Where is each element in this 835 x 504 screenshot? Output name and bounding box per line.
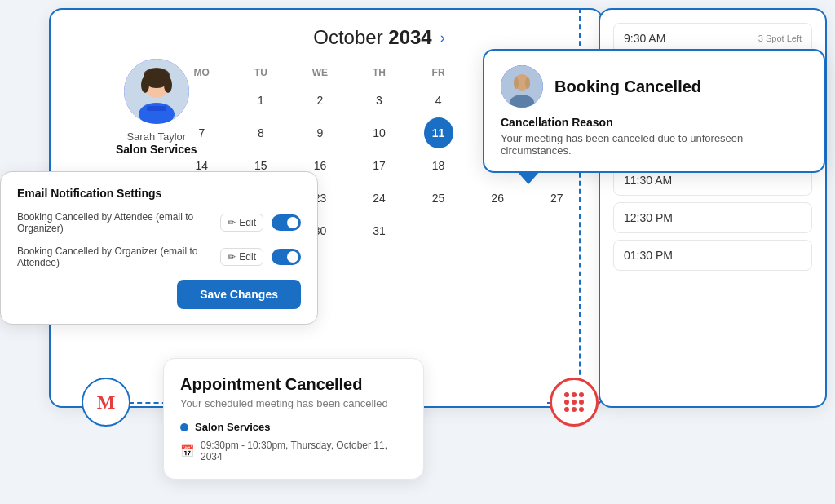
- dow-tu: TU: [232, 62, 290, 83]
- spots-badge-0: 3 Spot Left: [758, 33, 802, 43]
- toggle-1[interactable]: [272, 249, 301, 265]
- setting-row-0: Booking Cancelled by Attendee (email to …: [17, 211, 301, 234]
- edit-button-1[interactable]: ✏ Edit: [220, 248, 263, 266]
- cal-day-empty-5c: [528, 215, 585, 246]
- setting-label-1: Booking Cancelled by Organizer (email to…: [17, 245, 220, 268]
- appointment-desc: Your scheduled meeting has been cancelle…: [180, 397, 407, 409]
- email-settings-title: Email Notification Settings: [17, 187, 301, 200]
- setting-actions-0: ✏ Edit: [220, 214, 301, 232]
- dot-8: [572, 407, 577, 412]
- cal-day-24[interactable]: 24: [351, 183, 409, 214]
- pencil-icon: ✏: [228, 217, 236, 228]
- gmail-m-icon: M: [97, 391, 116, 413]
- dots-grid: [564, 392, 584, 412]
- dot-2: [572, 392, 577, 397]
- dots-circle: [550, 378, 599, 427]
- timeslot-time-5: 01:30 PM: [624, 249, 673, 262]
- appointment-time: 09:30pm - 10:30pm, Thursday, October 11,…: [201, 440, 407, 462]
- email-settings-card: Email Notification Settings Booking Canc…: [0, 171, 318, 325]
- appointment-title: Appointment Cancelled: [180, 375, 407, 394]
- dot-7: [564, 407, 569, 412]
- dot-6: [579, 400, 584, 405]
- dot-3: [579, 392, 584, 397]
- dot-1: [564, 392, 569, 397]
- dot-4: [564, 400, 569, 405]
- profile-section: Sarah Taylor Salon Services: [116, 59, 197, 156]
- next-month-button[interactable]: ›: [440, 29, 445, 46]
- profile-service: Salon Services: [116, 143, 197, 156]
- pencil-icon-1: ✏: [228, 251, 236, 263]
- avatar: [124, 59, 189, 124]
- cal-day-18[interactable]: 18: [409, 150, 467, 181]
- cal-day-4[interactable]: 4: [409, 85, 467, 116]
- calendar-title: October 2034: [313, 26, 431, 49]
- timeslot-time-0: 9:30 AM: [624, 32, 665, 45]
- cal-day-1[interactable]: 1: [232, 85, 290, 116]
- setting-row-1: Booking Cancelled by Organizer (email to…: [17, 245, 301, 268]
- calendar-header: October 2034 ›: [173, 26, 585, 49]
- dow-fr: FR: [409, 62, 467, 83]
- popup-title-text: Booking Cancelled: [554, 77, 701, 96]
- cal-day-8[interactable]: 8: [232, 117, 290, 148]
- cal-day-17[interactable]: 17: [351, 150, 409, 181]
- booking-cancelled-popup: Booking Cancelled Cancellation Reason Yo…: [483, 49, 825, 173]
- setting-actions-1: ✏ Edit: [220, 248, 301, 266]
- dot-9: [579, 407, 584, 412]
- timeslot-time-3: 11:30 AM: [624, 174, 672, 187]
- profile-name: Sarah Taylor: [126, 130, 186, 143]
- cal-day-empty-5a: [409, 215, 467, 246]
- calendar-small-icon: 📅: [180, 444, 194, 458]
- cal-day-25[interactable]: 25: [409, 183, 467, 214]
- service-name: Salon Services: [195, 421, 271, 433]
- cal-day-10[interactable]: 10: [351, 117, 409, 148]
- svg-point-6: [164, 77, 172, 93]
- popup-reason-label: Cancellation Reason: [501, 116, 807, 129]
- dow-th: TH: [351, 62, 409, 83]
- cal-day-31[interactable]: 31: [351, 215, 409, 246]
- appointment-card: Appointment Cancelled Your scheduled mee…: [163, 358, 424, 480]
- dow-we: WE: [291, 62, 349, 83]
- popup-header: Booking Cancelled: [501, 65, 807, 108]
- timeslot-time-4: 12:30 PM: [624, 211, 673, 224]
- cal-day-11-today[interactable]: 11: [424, 117, 453, 148]
- gmail-circle: M: [82, 378, 130, 427]
- cal-day-empty-5b: [469, 215, 527, 246]
- cal-day-26[interactable]: 26: [469, 183, 527, 214]
- popup-avatar: [501, 65, 543, 108]
- appointment-service: Salon Services: [180, 421, 407, 433]
- service-dot: [180, 423, 188, 431]
- cal-day-27[interactable]: 27: [528, 183, 585, 214]
- cal-day-3[interactable]: 3: [351, 85, 409, 116]
- appointment-time-row: 📅 09:30pm - 10:30pm, Thursday, October 1…: [180, 440, 407, 462]
- svg-point-5: [141, 77, 149, 93]
- svg-point-11: [514, 77, 519, 89]
- toggle-0[interactable]: [272, 214, 301, 231]
- edit-button-0[interactable]: ✏ Edit: [220, 214, 263, 232]
- cal-day-9[interactable]: 9: [291, 117, 349, 148]
- svg-rect-7: [147, 106, 166, 111]
- svg-point-12: [525, 77, 530, 89]
- dot-5: [572, 400, 577, 405]
- save-changes-button[interactable]: Save Changes: [177, 280, 301, 309]
- timeslot-row-5[interactable]: 01:30 PM: [613, 240, 812, 271]
- cal-day-2[interactable]: 2: [291, 85, 349, 116]
- timeslot-row-4[interactable]: 12:30 PM: [613, 202, 812, 233]
- setting-label-0: Booking Cancelled by Attendee (email to …: [17, 211, 220, 234]
- popup-reason-text: Your meeting has been canceled due to un…: [501, 132, 807, 157]
